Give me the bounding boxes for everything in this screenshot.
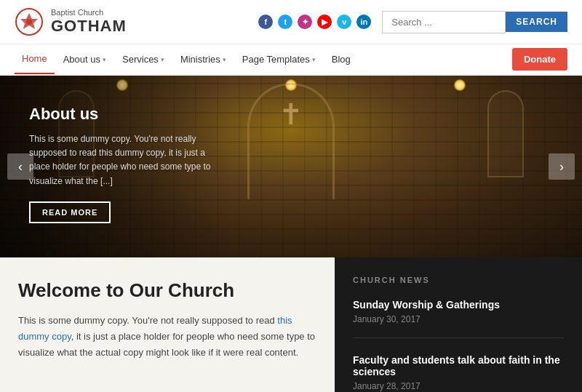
read-more-button[interactable]: READ MORE bbox=[29, 201, 111, 223]
welcome-text-part1: This is some dummy copy. You're not real… bbox=[18, 315, 277, 326]
chevron-down-icon: ▾ bbox=[223, 56, 226, 63]
news-item-date-2: January 28, 2017 bbox=[353, 381, 564, 391]
nav-item-blog[interactable]: Blog bbox=[324, 45, 358, 73]
search-input[interactable] bbox=[382, 11, 506, 33]
news-item-date-1: January 30, 2017 bbox=[353, 314, 564, 324]
social-icons: f t ✦ ▶ v in bbox=[258, 15, 371, 29]
welcome-title: Welcome to Our Church bbox=[18, 279, 316, 302]
chevron-down-icon: ▾ bbox=[161, 56, 164, 63]
hero-section: ✝ About us This is some dummy copy. You'… bbox=[0, 76, 582, 257]
twitter-icon[interactable]: t bbox=[278, 15, 292, 29]
welcome-text: This is some dummy copy. You're not real… bbox=[18, 313, 316, 361]
social-search-area: f t ✦ ▶ v in SEARCH bbox=[258, 11, 567, 33]
hero-prev-nav: ‹ bbox=[7, 153, 33, 180]
news-item-title-1[interactable]: Sunday Worship & Gatherings bbox=[353, 299, 564, 311]
nav-links: Home About us ▾ Services ▾ Ministries ▾ … bbox=[15, 44, 358, 74]
nav-item-templates[interactable]: Page Templates ▾ bbox=[235, 45, 323, 73]
nav-item-about[interactable]: About us ▾ bbox=[56, 45, 113, 73]
logo-area: Baptist Church GOTHAM bbox=[15, 7, 127, 36]
chevron-down-icon: ▾ bbox=[312, 56, 316, 63]
nav-item-services[interactable]: Services ▾ bbox=[115, 45, 172, 73]
news-section-label: CHURCH NEWS bbox=[353, 276, 564, 284]
hero-text: This is some dummy copy. You're not real… bbox=[29, 132, 218, 188]
facebook-icon[interactable]: f bbox=[258, 15, 273, 29]
svg-point-1 bbox=[26, 19, 32, 25]
chevron-down-icon: ▾ bbox=[103, 56, 106, 63]
search-area: SEARCH bbox=[382, 11, 567, 33]
bottom-section: Welcome to Our Church This is some dummy… bbox=[0, 257, 582, 392]
logo-subtitle: Baptist Church bbox=[51, 8, 127, 17]
header-top: Baptist Church GOTHAM f t ✦ ▶ v in SEARC… bbox=[0, 0, 582, 44]
instagram-icon[interactable]: ✦ bbox=[298, 15, 312, 29]
logo-icon bbox=[15, 7, 44, 36]
logo-title: GOTHAM bbox=[51, 17, 127, 35]
cross-icon: ✝ bbox=[279, 97, 303, 131]
hero-content: About us This is some dummy copy. You're… bbox=[29, 105, 218, 223]
hero-prev-button[interactable]: ‹ bbox=[7, 153, 33, 180]
ceiling-light-3 bbox=[454, 79, 466, 91]
welcome-section: Welcome to Our Church This is some dummy… bbox=[0, 257, 335, 392]
hero-next-nav: › bbox=[549, 153, 575, 180]
news-section: CHURCH NEWS Sunday Worship & Gatherings … bbox=[335, 257, 582, 392]
youtube-icon[interactable]: ▶ bbox=[317, 15, 332, 29]
vimeo-icon[interactable]: v bbox=[337, 15, 351, 29]
linkedin-icon[interactable]: in bbox=[356, 15, 371, 29]
hero-title: About us bbox=[29, 105, 218, 124]
nav-item-home[interactable]: Home bbox=[15, 44, 55, 74]
search-button[interactable]: SEARCH bbox=[506, 12, 567, 32]
donate-button[interactable]: Donate bbox=[512, 48, 567, 71]
news-item-title-2[interactable]: Faculty and students talk about faith in… bbox=[353, 354, 564, 377]
church-window-right bbox=[487, 90, 524, 177]
nav-bar: Home About us ▾ Services ▾ Ministries ▾ … bbox=[0, 44, 582, 76]
hero-next-button[interactable]: › bbox=[549, 153, 575, 180]
logo-text: Baptist Church GOTHAM bbox=[51, 8, 127, 36]
news-item-2: Faculty and students talk about faith in… bbox=[353, 354, 564, 392]
ceiling-light-1 bbox=[116, 79, 128, 91]
news-item-1: Sunday Worship & Gatherings January 30, … bbox=[353, 299, 564, 338]
nav-item-ministries[interactable]: Ministries ▾ bbox=[173, 45, 234, 73]
